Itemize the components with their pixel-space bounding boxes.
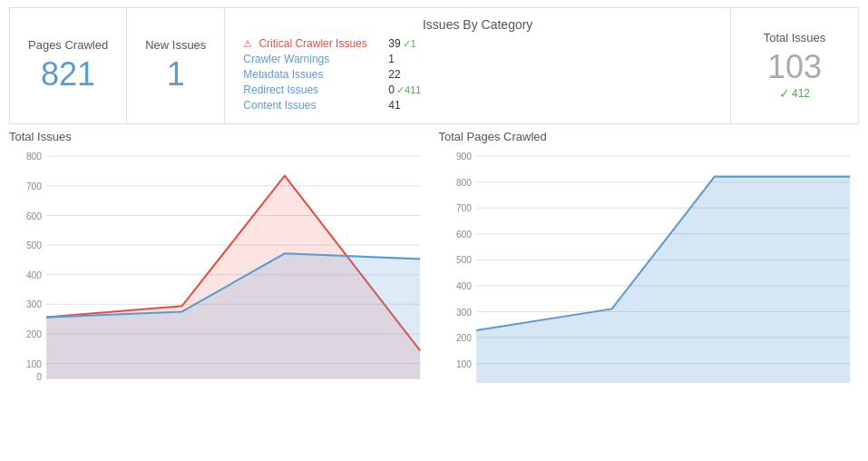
issue-row: Crawler Warnings1: [243, 53, 712, 65]
total-pages-chart: Total Pages Crawled 900 800 700 600 500: [439, 130, 860, 393]
issues-by-category-title: Issues By Category: [243, 17, 712, 32]
svg-text:600: 600: [455, 230, 471, 240]
svg-text:300: 300: [26, 299, 42, 309]
warning-icon: ⚠: [243, 38, 255, 49]
svg-text:700: 700: [26, 181, 42, 191]
change-badge: ✓411: [396, 84, 421, 96]
total-issues-label: Total Issues: [764, 31, 826, 44]
svg-text:900: 900: [455, 152, 471, 162]
charts-row: Total Issues 800 700 600 500 400 300 200: [0, 130, 868, 393]
svg-text:400: 400: [26, 270, 42, 280]
issue-name[interactable]: Metadata Issues: [243, 68, 388, 81]
new-issues-box: New Issues 1: [127, 8, 225, 123]
svg-text:300: 300: [455, 308, 471, 318]
change-badge: ✓1: [403, 38, 416, 50]
issue-name[interactable]: Crawler Warnings: [243, 53, 388, 65]
total-issues-chart-area: 800 700 600 500 400 300 200 100: [9, 147, 430, 383]
total-issues-chart-title: Total Issues: [9, 130, 430, 143]
issue-name[interactable]: ⚠ Critical Crawler Issues: [243, 37, 388, 50]
pages-crawled-value: 821: [41, 55, 95, 93]
total-issues-change: ✓ 412: [779, 86, 810, 101]
issue-name[interactable]: Content Issues: [243, 99, 388, 112]
svg-text:800: 800: [26, 152, 42, 162]
new-issues-label: New Issues: [145, 38, 206, 52]
svg-text:500: 500: [455, 256, 471, 266]
svg-text:400: 400: [455, 281, 471, 291]
issue-count: 1: [388, 53, 395, 65]
total-pages-chart-area: 900 800 700 600 500 400 300 200 100 12/2…: [439, 147, 860, 383]
svg-text:100: 100: [455, 359, 471, 369]
issue-row: Redirect Issues0✓411: [243, 83, 712, 96]
issue-row: Metadata Issues22: [243, 68, 712, 81]
pages-crawled-box: Pages Crawled 821: [10, 8, 127, 123]
total-issues-chart: Total Issues 800 700 600 500 400 300 200: [9, 130, 430, 393]
down-arrow-icon: ✓: [779, 86, 790, 101]
top-panel: Pages Crawled 821 New Issues 1 Issues By…: [9, 7, 859, 124]
total-issues-change-value: 412: [792, 87, 810, 100]
issue-count: 41: [388, 99, 400, 112]
svg-text:200: 200: [455, 333, 471, 343]
total-pages-chart-title: Total Pages Crawled: [439, 130, 860, 143]
pages-crawled-label: Pages Crawled: [28, 38, 108, 52]
total-pages-svg: 900 800 700 600 500 400 300 200 100 12/2…: [439, 147, 860, 383]
svg-text:200: 200: [26, 329, 42, 339]
issues-by-category: Issues By Category ⚠ Critical Crawler Is…: [225, 8, 731, 123]
new-issues-value: 1: [167, 55, 185, 93]
svg-text:600: 600: [26, 211, 42, 221]
issue-count: 39✓1: [388, 37, 415, 50]
svg-text:0: 0: [36, 372, 42, 382]
total-issues-box: Total Issues 103 ✓ 412: [731, 8, 858, 123]
total-issues-value: 103: [767, 48, 822, 86]
issue-row: Content Issues41: [243, 99, 712, 112]
svg-text:100: 100: [26, 359, 42, 369]
issue-count: 22: [388, 68, 400, 81]
svg-text:700: 700: [455, 203, 471, 213]
svg-text:500: 500: [26, 240, 42, 250]
issue-row: ⚠ Critical Crawler Issues39✓1: [243, 37, 712, 50]
total-issues-svg: 800 700 600 500 400 300 200 100: [9, 147, 430, 383]
svg-text:800: 800: [455, 178, 471, 188]
issue-name[interactable]: Redirect Issues: [243, 83, 388, 96]
pages-blue-area: [476, 177, 850, 383]
issue-count: 0✓411: [388, 83, 421, 96]
